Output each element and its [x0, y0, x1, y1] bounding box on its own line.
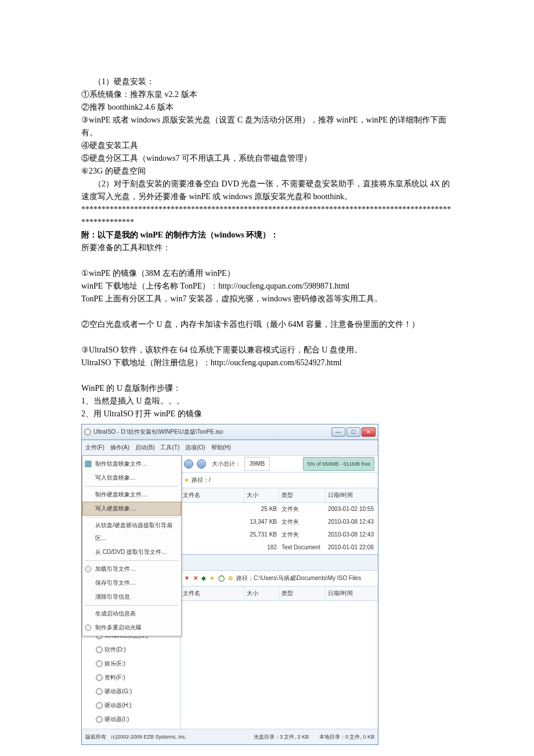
paragraph: WinPE 的 U 盘版制作步骤： [81, 382, 453, 395]
local-file-list-header: 文件名 大小 类型 日期/时间 [181, 586, 378, 601]
svg-point-1 [85, 566, 91, 572]
table-row[interactable]: 25 KB 文件夹 2003-01-02 10:55 [181, 503, 378, 516]
nav-back-button[interactable] [184, 459, 193, 469]
menu-options[interactable]: 选项(O) [185, 441, 205, 454]
menu-help[interactable]: 帮助(H) [211, 441, 231, 454]
separator-line: ****************************************… [81, 203, 453, 229]
tree-label: 驱动器(G:) [104, 685, 132, 698]
free-space-chip: 5% of 650MB - 611MB free [303, 457, 374, 471]
tree-node[interactable]: 娱乐(E:) [86, 657, 178, 671]
menu-label: 制作硬盘映象文件… [95, 488, 147, 501]
drive-icon [96, 702, 103, 709]
table-row[interactable]: 25,731 KB 文件夹 2010-03-08 12:43 [181, 528, 378, 541]
menubar: 文件(F) 操作(A) 启动(B) 工具(T) 选项(O) 帮助(H) [82, 440, 378, 456]
menu-boot[interactable]: 启动(B) [135, 441, 154, 454]
delete-icon[interactable]: ✕ [193, 572, 198, 585]
add-icon[interactable]: ◆ [201, 572, 206, 585]
disc-icon [85, 566, 92, 573]
paragraph: ①winPE 的镜像（38M 左右的通用 winPE） [81, 267, 453, 280]
menu-clear-boot-info[interactable]: 清除引导信息 [82, 590, 181, 604]
col-name[interactable]: 文件名 [181, 488, 244, 502]
app-icon [84, 429, 91, 435]
paragraph: TonPE 上面有分区工具，win7 安装器，虚拟光驱，windows 密码修改… [81, 293, 453, 305]
cell-date: 2010-03-08 12:43 [326, 516, 378, 528]
paragraph: ③winPE 或者 windows 原版安装光盘（设置 C 盘为活动分区用），推… [81, 114, 453, 139]
favorite-icon[interactable]: ★ [210, 572, 215, 585]
window-controls: — ☐ ✕ [331, 427, 376, 437]
paragraph: ③UltraISO 软件，该软件在 64 位系统下需要以兼容模式运行，配合 U … [81, 344, 453, 357]
menu-label: 写入硬盘映象… [95, 502, 136, 515]
menu-generate-boot-table[interactable]: 生成启动信息表 [82, 607, 181, 621]
maximize-button[interactable]: ☐ [347, 427, 360, 437]
nav-forward-button[interactable] [197, 459, 206, 469]
col-size[interactable]: 大小 [244, 488, 279, 502]
local-toolbar: ▼ ✕ ◆ ★ ◯ ✿ 路径：C:\Users\马炳威\Documents\My… [181, 571, 378, 586]
local-path-label: 路径：C:\Users\马炳威\Documents\My ISO Files [236, 572, 361, 585]
menu-load-boot-file[interactable]: 加载引导文件… [82, 562, 181, 576]
tree-label: 娱乐(E:) [104, 657, 125, 670]
menu-label: 从软盘/硬盘驱动器提取引导扇区… [95, 519, 176, 545]
paragraph: 所要准备的工具和软件： [81, 242, 453, 254]
cell-date: 2010-01-01 22:06 [326, 541, 378, 554]
menu-make-floppy-image[interactable]: 制作软盘映象文件… [82, 457, 181, 471]
statusbar: 版权所有 （c)2002-2009 EZB Systems, Inc. 光盘目录… [82, 729, 378, 744]
menu-separator [85, 517, 179, 517]
tree-node[interactable]: 驱动器(G:) [86, 685, 178, 699]
upper-toolbar: 大小总计： 39MB 5% of 650MB - 611MB free [181, 456, 378, 473]
menu-write-hdd-image[interactable]: 写入硬盘映象… [82, 502, 181, 516]
menu-save-boot-file[interactable]: 保存引导文件… [82, 576, 181, 590]
paragraph: ①系统镜像：推荐东皇 v2.2 版本 [81, 88, 453, 101]
tree-node[interactable]: 驱动器(H:) [86, 699, 178, 712]
col-date[interactable]: 日期/时间 [326, 488, 378, 502]
titlebar[interactable]: UltraISO - D:\软件安装包\WINPE\U盘版\TonPE.iso … [82, 424, 378, 440]
tree-node[interactable]: 资料(F:) [86, 671, 178, 685]
paragraph: ②空白光盘或者一个 U 盘，内存卡加读卡器也行哦（最小 64M 容量，注意备份里… [81, 318, 453, 331]
col-name[interactable]: 文件名 [181, 586, 244, 600]
menu-extract-boot-sector[interactable]: 从软盘/硬盘驱动器提取引导扇区… [82, 519, 181, 545]
cell-type: 文件夹 [279, 503, 326, 516]
settings-icon[interactable]: ✿ [228, 572, 233, 585]
refresh-icon[interactable]: ◯ [218, 572, 225, 585]
close-button[interactable]: ✕ [362, 427, 376, 437]
col-type[interactable]: 类型 [279, 586, 326, 600]
tree-node[interactable]: 驱动器(I:) [86, 712, 178, 726]
menu-label: 从 CD/DVD 提取引导文件… [95, 546, 167, 559]
col-size[interactable]: 大小 [244, 586, 279, 600]
document-page: （1）硬盘安装： ①系统镜像：推荐东皇 v2.2 版本 ②推荐 bootthin… [0, 0, 534, 756]
ultraiso-window: UltraISO - D:\软件安装包\WINPE\U盘版\TonPE.iso … [81, 424, 378, 745]
menu-separator [85, 560, 179, 561]
menu-write-floppy-image[interactable]: 写入软盘映象… [82, 471, 181, 485]
menu-label: 加载引导文件… [95, 563, 136, 575]
menu-extract-boot-file[interactable]: 从 CD/DVD 提取引导文件… [82, 545, 181, 559]
col-date[interactable]: 日期/时间 [326, 586, 378, 600]
drive-icon [96, 646, 103, 653]
menu-file[interactable]: 文件(F) [85, 441, 104, 454]
drive-icon [96, 674, 103, 681]
tree-label: 软件(D:) [104, 643, 126, 656]
menu-make-hdd-image[interactable]: 制作硬盘映象文件… [82, 488, 181, 502]
table-row[interactable]: 182 Text Document 2010-01-01 22:06 [181, 541, 378, 554]
disc-icon [85, 624, 92, 631]
menu-label: 保存引导文件… [95, 577, 136, 589]
minimize-button[interactable]: — [331, 427, 345, 437]
total-size-value: 39MB [244, 457, 270, 471]
table-row[interactable]: 13,347 KB 文件夹 2010-03-08 12:43 [181, 516, 378, 528]
total-size-label: 大小总计： [212, 458, 241, 470]
paragraph: （2）对于刻盘安装的需要准备空白 DVD 光盘一张，不需要硬盘安装助手，直接将东… [81, 178, 453, 203]
menu-action[interactable]: 操作(A) [110, 441, 129, 454]
cell-type: Text Document [279, 541, 326, 554]
tree-label: 驱动器(H:) [104, 699, 132, 712]
filter-icon[interactable]: ▼ [184, 572, 190, 585]
menu-label: 生成启动信息表 [95, 607, 136, 620]
menu-tools[interactable]: 工具(T) [160, 441, 179, 454]
paragraph: ④硬盘安装工具 [81, 139, 453, 152]
col-type[interactable]: 类型 [279, 488, 326, 502]
path-row: ★ 路径：/ [181, 473, 378, 488]
paragraph: ⑤硬盘分区工具（windows7 可不用该工具，系统自带磁盘管理） [81, 152, 453, 165]
tree-node[interactable]: 软件(D:) [86, 643, 178, 657]
upper-panel: 光盘目录 启动U盘 BOOT PETOOLS [82, 456, 378, 555]
status-local: 本地目录：0 文件, 0 KB [319, 730, 374, 743]
menu-make-multiboot[interactable]: 制作多重启动光碟 [82, 621, 181, 635]
star-icon: ★ [184, 474, 189, 487]
cell-type: 文件夹 [279, 528, 326, 541]
